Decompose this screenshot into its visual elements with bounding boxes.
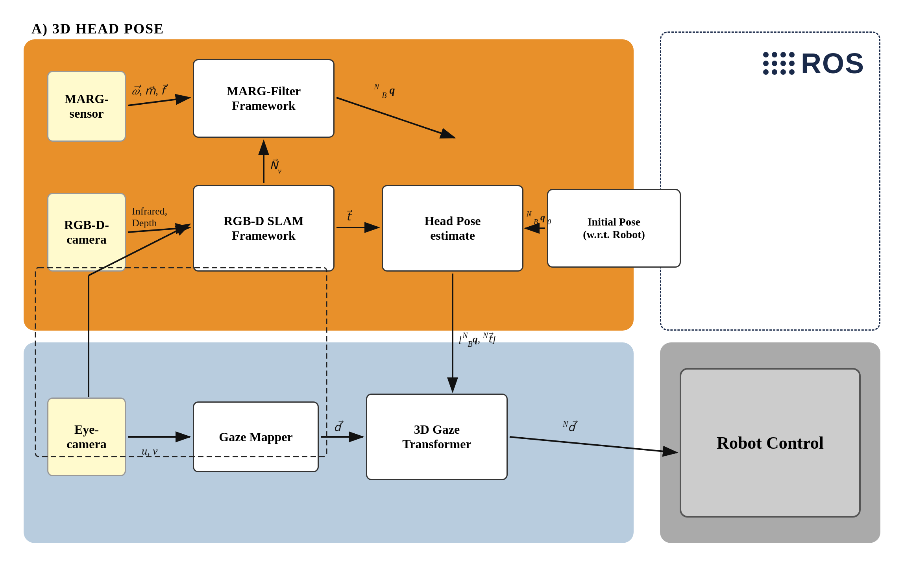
ros-dot (780, 52, 786, 57)
ros-dot (772, 52, 777, 57)
ros-text: ROS (801, 47, 865, 80)
page-container: A) 3D Head Pose B) 3D Gaze C) Applicatio… (0, 0, 904, 588)
ros-dot (780, 69, 786, 75)
initial-pose-module: Initial Pose (w.r.t. Robot) (547, 189, 681, 268)
ros-dot (763, 61, 769, 66)
robot-control-module: Robot Control (680, 368, 861, 518)
gaze-transformer-module: 3D Gaze Transformer (366, 394, 508, 480)
marg-filter-module: MARG-Filter Framework (193, 59, 335, 138)
application-section: Robot Control (660, 342, 880, 543)
ros-dot (772, 69, 777, 75)
ros-dot (763, 52, 769, 57)
marg-sensor-module: MARG- sensor (47, 71, 126, 142)
ros-dots-icon (763, 52, 795, 75)
ros-logo: ROS (763, 47, 865, 80)
ros-dot (789, 52, 795, 57)
ros-dot (780, 61, 786, 66)
eye-camera-module: Eye- camera (47, 398, 126, 476)
section-a-label: A) 3D Head Pose (31, 20, 164, 37)
rgbd-slam-module: RGB-D SLAM Framework (193, 185, 335, 272)
ros-dot (789, 61, 795, 66)
ros-dot (772, 61, 777, 66)
ros-dot (789, 69, 795, 75)
rgbd-camera-module: RGB-D- camera (47, 193, 126, 272)
gaze-mapper-module: Gaze Mapper (193, 401, 319, 472)
ros-dot (763, 69, 769, 75)
head-pose-estimate-module: Head Pose estimate (382, 185, 523, 272)
